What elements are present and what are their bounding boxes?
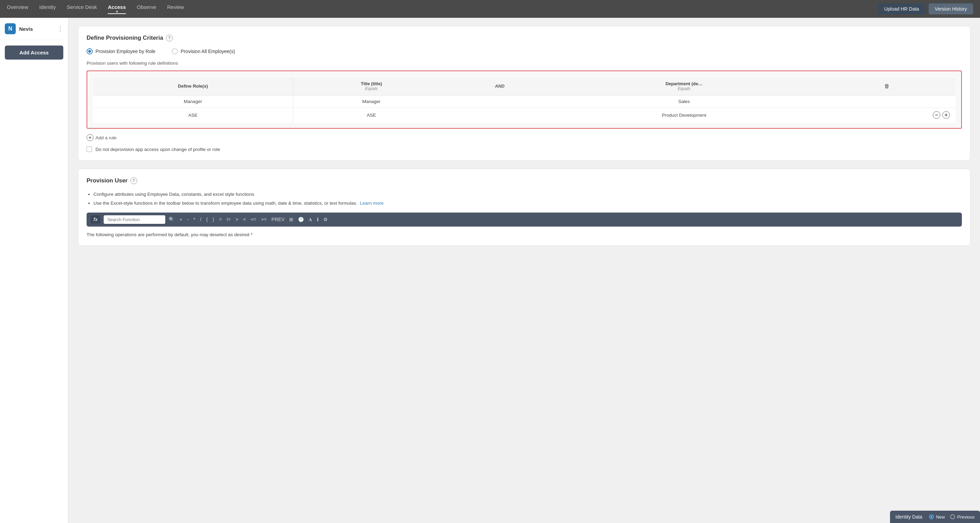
provisioning-criteria-help-icon[interactable]: ? [166, 35, 173, 41]
col-header-title: Title (title) Equals [293, 77, 450, 96]
nav-access[interactable]: Access [108, 4, 126, 14]
upload-hr-data-button[interactable]: Upload HR Data [878, 3, 925, 14]
nav-links: Overview Identity Service Desk Access Ob… [7, 4, 878, 14]
dept-cell-product-dev: Product Development [550, 108, 818, 123]
rules-table: Define Role(s) Title (title) Equals AND … [93, 77, 956, 123]
provision-body-text: The following operations are performed b… [87, 232, 962, 237]
deprovision-label: Do not deprovision app access upon chang… [95, 147, 220, 152]
fx-label: fx [91, 215, 100, 223]
and-cell-1 [450, 96, 550, 108]
provisioning-criteria-card: Define Provisioning Criteria ? Provision… [78, 26, 970, 161]
nav-service-desk[interactable]: Service Desk [67, 4, 97, 14]
sidebar: N Nevis ⋮ Add Access [0, 18, 68, 523]
provisioning-criteria-title: Define Provisioning Criteria ? [87, 35, 962, 41]
less-than-icon[interactable]: < [242, 216, 247, 223]
radio-label-by-role: Provision Employee by Role [95, 49, 155, 54]
add-rule-link[interactable]: + Add a rule [87, 134, 962, 141]
learn-more-link[interactable]: Learn more [360, 201, 383, 206]
table-row: ASE ASE Product Development − + [93, 108, 956, 123]
nav-identity[interactable]: Identity [39, 4, 56, 14]
bottom-radio-group: New Previous [929, 515, 975, 520]
equals-operator-icon[interactable]: = [218, 216, 223, 223]
settings-icon[interactable]: ⚙ [322, 216, 329, 223]
not-equals-operator-icon[interactable]: != [225, 216, 232, 223]
dept-cell-sales: Sales [550, 96, 818, 108]
text-format-icon[interactable]: 𝐀 [307, 216, 313, 223]
add-access-button[interactable]: Add Access [5, 46, 63, 59]
app-name-label: Nevis [19, 26, 54, 32]
main-content: Define Provisioning Criteria ? Provision… [68, 18, 980, 523]
delete-rule-header-button[interactable]: 🗑 [884, 83, 890, 89]
bottom-radio-circle-previous [950, 515, 955, 519]
add-row-button[interactable]: + [942, 111, 950, 119]
nav-overview[interactable]: Overview [7, 4, 29, 14]
remove-row-button[interactable]: − [933, 111, 940, 119]
col-header-actions: 🗑 [818, 77, 956, 96]
bottom-radio-label-previous: Previous [957, 515, 975, 520]
grid-icon[interactable]: ⊞ [288, 216, 294, 223]
app-layout: N Nevis ⋮ Add Access Define Provisioning… [0, 18, 980, 523]
bullet-1: Configure attributes using Employee Data… [94, 191, 962, 198]
rules-table-container: Define Role(s) Title (title) Equals AND … [87, 70, 962, 129]
identity-data-label: Identity Data [896, 514, 923, 520]
app-logo: N [5, 23, 16, 34]
multiply-operator-icon[interactable]: * [192, 216, 196, 223]
and-cell-2 [450, 108, 550, 123]
prev-operator-icon[interactable]: PREV [270, 216, 286, 223]
table-row: Manager Manager Sales [93, 96, 956, 108]
rules-subtitle: Provision users with following rule defi… [87, 61, 962, 66]
top-navigation: Overview Identity Service Desk Access Ob… [0, 0, 980, 18]
search-icon[interactable]: 🔍 [167, 216, 176, 223]
provision-user-help-icon[interactable]: ? [130, 177, 137, 184]
radio-label-all-employees: Provision All Employee(s) [181, 49, 235, 54]
title-cell-ase: ASE [293, 108, 450, 123]
clock-icon[interactable]: 🕐 [297, 216, 305, 223]
less-than-equals-icon[interactable]: <= [250, 216, 258, 223]
bullet-2: Use the Excel-style functions in the too… [94, 200, 962, 207]
greater-than-icon[interactable]: > [234, 216, 240, 223]
radio-provision-by-role[interactable]: Provision Employee by Role [87, 48, 155, 54]
sidebar-header: N Nevis ⋮ [0, 18, 68, 40]
radio-circle-all-employees [172, 48, 178, 54]
provision-user-title: Provision User ? [87, 177, 962, 184]
provision-user-bullets: Configure attributes using Employee Data… [87, 191, 962, 207]
bottom-radio-previous[interactable]: Previous [950, 515, 975, 520]
open-paren-icon[interactable]: ( [205, 216, 209, 223]
deprovision-checkbox-row[interactable]: Do not deprovision app access upon chang… [87, 147, 962, 152]
nav-action-buttons: Upload HR Data Version History [878, 3, 973, 14]
role-cell-ase: ASE [93, 108, 293, 123]
add-rule-label: Add a rule [95, 135, 117, 140]
title-cell-manager: Manager [293, 96, 450, 108]
bottom-radio-new[interactable]: New [929, 515, 945, 520]
radio-provision-all-employees[interactable]: Provision All Employee(s) [172, 48, 235, 54]
add-rule-icon: + [87, 134, 94, 141]
deprovision-checkbox[interactable] [87, 147, 92, 152]
greater-than-equals-icon[interactable]: >= [260, 216, 268, 223]
close-paren-icon[interactable]: ) [211, 216, 216, 223]
info-icon[interactable]: ℹ [315, 216, 320, 223]
role-cell-manager: Manager [93, 96, 293, 108]
add-operator-icon[interactable]: + [178, 216, 183, 223]
nav-review[interactable]: Review [167, 4, 184, 14]
provision-user-card: Provision User ? Configure attributes us… [78, 169, 970, 246]
radio-circle-by-role [87, 48, 93, 54]
search-function-input[interactable] [104, 215, 165, 224]
bottom-radio-label-new: New [936, 515, 945, 520]
nav-observe[interactable]: Observe [137, 4, 156, 14]
bottom-radio-circle-new [929, 515, 934, 519]
actions-cell-1 [818, 96, 956, 108]
col-header-department: Department (de… Equals [550, 77, 818, 96]
col-header-role: Define Role(s) [93, 77, 293, 96]
sidebar-menu-icon[interactable]: ⋮ [57, 25, 63, 32]
actions-cell-2: − + [818, 108, 956, 123]
function-toolbar: fx 🔍 + - * / ( ) = != > < <= >= PREV ⊞ 🕐… [87, 212, 962, 226]
col-header-and: AND [450, 77, 550, 96]
provision-type-radio-group: Provision Employee by Role Provision All… [87, 48, 962, 54]
minus-operator-icon[interactable]: - [186, 216, 190, 223]
version-history-button[interactable]: Version History [929, 3, 973, 14]
divide-operator-icon[interactable]: / [199, 216, 203, 223]
bottom-bar: Identity Data New Previous [890, 511, 980, 523]
